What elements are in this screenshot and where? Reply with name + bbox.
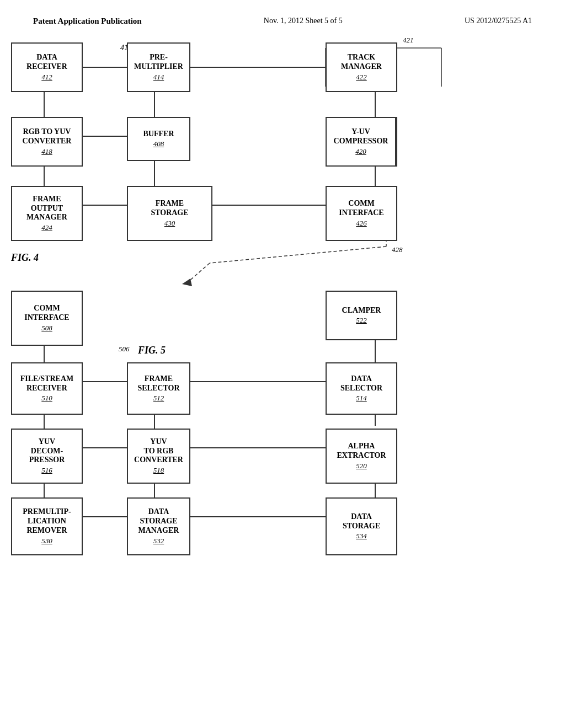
- pre-multiplier-title: PRE-MULTIPLIER: [134, 53, 183, 72]
- header: Patent Application Publication Nov. 1, 2…: [0, 0, 565, 31]
- box-clamper: CLAMPER 522: [326, 291, 397, 340]
- comm-interface-426-number: 426: [356, 219, 367, 228]
- alpha-extractor-number: 520: [356, 462, 367, 470]
- box-premult-remover: PREMULTIP-LICATIONREMOVER 530: [11, 497, 83, 555]
- file-stream-receiver-title: FILE/STREAMRECEIVER: [20, 374, 73, 393]
- frame-storage-number: 430: [164, 219, 175, 228]
- yuv-rgb-converter-title: YUVTO RGBCONVERTER: [134, 437, 183, 465]
- box-data-receiver: DATARECEIVER 412: [11, 42, 83, 92]
- box-buffer: BUFFER 408: [127, 117, 190, 161]
- frame-output-manager-number: 424: [41, 223, 52, 232]
- box-data-selector: DATASELECTOR 514: [326, 362, 397, 415]
- box-track-manager: TRACKMANAGER 422: [326, 42, 397, 92]
- sheet-info: Nov. 1, 2012 Sheet 5 of 5: [264, 17, 343, 25]
- ref-506: 506: [119, 345, 130, 354]
- data-storage-manager-number: 532: [153, 537, 164, 545]
- premult-remover-title: PREMULTIP-LICATIONREMOVER: [23, 507, 71, 535]
- buffer-number: 408: [153, 140, 164, 148]
- premult-remover-number: 530: [41, 537, 52, 545]
- data-selector-title: DATASELECTOR: [340, 374, 382, 393]
- diagram-area: DATARECEIVER 412 410 PRE-MULTIPLIER 414 …: [0, 31, 565, 704]
- patent-number: US 2012/0275525 A1: [465, 17, 532, 25]
- yuv-decompressor-number: 516: [41, 466, 52, 475]
- frame-output-manager-title: FRAMEOUTPUTMANAGER: [26, 195, 67, 222]
- svg-line-16: [188, 263, 210, 282]
- data-receiver-title: DATARECEIVER: [26, 53, 67, 72]
- comm-interface-508-title: COMMINTERFACE: [24, 304, 69, 323]
- frame-selector-title: FRAMESELECTOR: [138, 374, 180, 393]
- comm-interface-508-number: 508: [41, 324, 52, 333]
- yuv-rgb-converter-number: 518: [153, 466, 164, 475]
- ref-421: 421: [403, 36, 414, 45]
- box-frame-selector: FRAMESELECTOR 512: [127, 362, 190, 415]
- box-data-storage-manager: DATASTORAGEMANAGER 532: [127, 497, 190, 555]
- rgb-yuv-title: RGB TO YUVCONVERTER: [23, 127, 72, 146]
- pre-multiplier-number: 414: [153, 73, 164, 82]
- clamper-number: 522: [356, 316, 367, 325]
- page: Patent Application Publication Nov. 1, 2…: [0, 0, 565, 728]
- data-storage-manager-title: DATASTORAGEMANAGER: [138, 507, 179, 535]
- box-data-storage-534: DATASTORAGE 534: [326, 497, 397, 555]
- publication-label: Patent Application Publication: [33, 17, 142, 26]
- data-receiver-number: 412: [41, 73, 52, 82]
- box-frame-output-manager: FRAMEOUTPUTMANAGER 424: [11, 186, 83, 241]
- clamper-title: CLAMPER: [342, 306, 381, 315]
- box-comm-interface-508: COMMINTERFACE 508: [11, 291, 83, 346]
- ref-428: 428: [392, 245, 403, 254]
- box-pre-multiplier: PRE-MULTIPLIER 414: [127, 42, 190, 92]
- svg-marker-17: [182, 279, 192, 286]
- frame-storage-title: FRAMESTORAGE: [151, 199, 188, 218]
- frame-selector-number: 512: [153, 394, 164, 403]
- comm-interface-426-title: COMMINTERFACE: [339, 199, 383, 218]
- data-storage-534-number: 534: [356, 532, 367, 540]
- box-file-stream-receiver: FILE/STREAMRECEIVER 510: [11, 362, 83, 415]
- box-comm-interface-426: COMMINTERFACE 426: [326, 186, 397, 241]
- data-selector-number: 514: [356, 394, 367, 403]
- box-frame-storage: FRAMESTORAGE 430: [127, 186, 212, 241]
- box-rgb-yuv: RGB TO YUVCONVERTER 418: [11, 117, 83, 167]
- box-y-uv-compressor: Y-UVCOMPRESSOR 420: [326, 117, 397, 167]
- y-uv-compressor-title: Y-UVCOMPRESSOR: [334, 127, 388, 146]
- box-yuv-rgb-converter: YUVTO RGBCONVERTER 518: [127, 429, 190, 484]
- track-manager-title: TRACKMANAGER: [341, 53, 382, 72]
- data-storage-534-title: DATASTORAGE: [343, 512, 380, 531]
- file-stream-receiver-number: 510: [41, 394, 52, 403]
- y-uv-compressor-number: 420: [355, 147, 366, 156]
- yuv-decompressor-title: YUVDECOM-PRESSOR: [29, 437, 65, 465]
- rgb-yuv-number: 418: [41, 147, 52, 156]
- svg-line-15: [210, 247, 386, 263]
- buffer-title: BUFFER: [143, 130, 174, 139]
- track-manager-number: 422: [356, 73, 367, 82]
- alpha-extractor-title: ALPHAEXTRACTOR: [337, 442, 386, 461]
- fig4-label: FIG. 4: [11, 252, 39, 264]
- box-yuv-decompressor: YUVDECOM-PRESSOR 516: [11, 429, 83, 484]
- fig5-label: FIG. 5: [138, 345, 166, 356]
- box-alpha-extractor: ALPHAEXTRACTOR 520: [326, 429, 397, 484]
